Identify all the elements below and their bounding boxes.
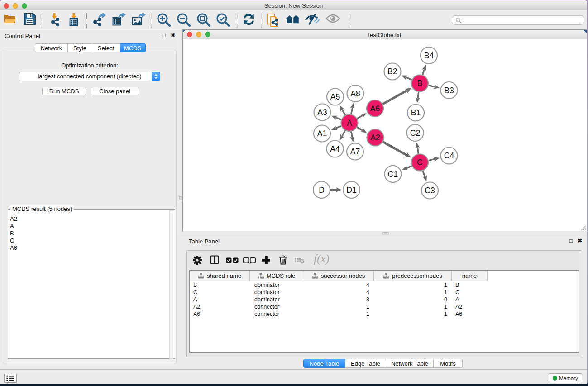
svg-text:D1: D1 (346, 186, 356, 195)
svg-text:B4: B4 (424, 51, 434, 60)
svg-text:D: D (319, 186, 325, 195)
svg-text:C2: C2 (410, 129, 420, 138)
svg-text:A6: A6 (370, 104, 380, 113)
svg-text:A3: A3 (317, 108, 327, 117)
svg-text:A5: A5 (330, 92, 340, 101)
svg-text:B3: B3 (444, 86, 454, 95)
svg-text:A7: A7 (350, 147, 360, 156)
svg-text:A2: A2 (370, 133, 380, 142)
svg-text:C1: C1 (388, 170, 398, 179)
svg-text:A1: A1 (317, 129, 327, 138)
svg-text:A8: A8 (350, 89, 360, 98)
svg-text:C: C (417, 158, 423, 167)
svg-text:B1: B1 (411, 108, 421, 117)
svg-text:A4: A4 (330, 144, 340, 153)
svg-text:A: A (347, 119, 352, 128)
svg-text:C3: C3 (425, 186, 435, 195)
svg-text:B: B (417, 79, 423, 88)
svg-text:B2: B2 (387, 67, 397, 76)
svg-text:C4: C4 (444, 151, 454, 160)
